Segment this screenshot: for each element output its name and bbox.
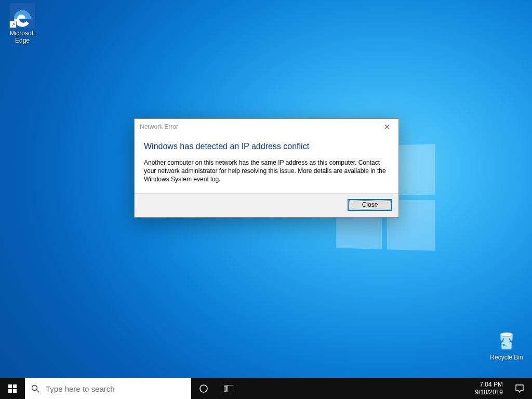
network-error-dialog: Network Error Windows has detected an IP… [134,118,399,218]
dialog-body: Windows has detected an IP address confl… [135,135,398,193]
desktop-icon-recycle-bin[interactable]: Recycle Bin [487,327,526,362]
task-view-button[interactable] [216,378,241,399]
system-tray: 7:04 PM 9/10/2019 [471,378,532,399]
taskbar-spacer [241,378,471,399]
notification-icon [515,384,524,393]
search-input[interactable] [46,384,185,393]
clock-date: 9/10/2019 [475,389,503,396]
windows-logo-icon [8,384,17,393]
search-icon [31,384,39,393]
dialog-titlebar[interactable]: Network Error [135,119,398,135]
svg-point-4 [200,385,207,392]
shortcut-overlay-icon: ↗ [9,21,17,28]
desktop-icon-label: Recycle Bin [487,354,526,362]
svg-rect-6 [227,385,233,392]
desktop-icon-label: Microsoft Edge [3,30,42,45]
close-button[interactable]: Close [348,199,392,211]
taskbar: 7:04 PM 9/10/2019 [0,378,532,399]
svg-line-3 [37,390,39,393]
dialog-message: Another computer on this network has the… [144,158,389,184]
svg-point-2 [32,385,37,391]
svg-point-1 [500,332,513,337]
desktop-icon-microsoft-edge[interactable]: ↗ Microsoft Edge [3,3,42,45]
start-button[interactable] [0,378,25,399]
cortana-icon [199,384,208,393]
dialog-close-button[interactable] [375,119,398,135]
close-icon [384,124,390,129]
svg-rect-5 [224,386,226,391]
action-center-button[interactable] [507,378,532,399]
task-view-icon [224,385,233,392]
dialog-actions: Close [135,194,398,217]
recycle-bin-icon [494,327,519,352]
cortana-button[interactable] [191,378,216,399]
search-box[interactable] [25,378,191,399]
dialog-title: Network Error [140,123,178,130]
dialog-heading: Windows has detected an IP address confl… [144,142,389,151]
taskbar-clock[interactable]: 7:04 PM 9/10/2019 [471,378,507,399]
clock-time: 7:04 PM [480,381,503,389]
